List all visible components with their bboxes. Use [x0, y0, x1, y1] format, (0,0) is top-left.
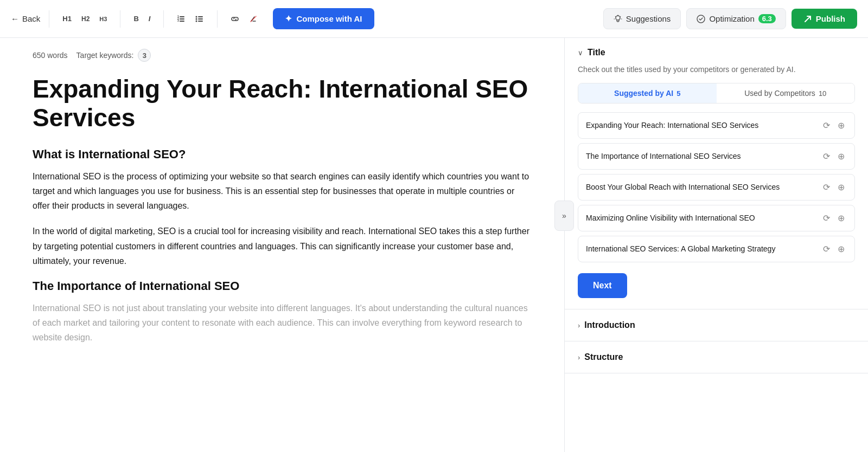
- toolbar-divider-1: [49, 10, 49, 28]
- title-item-2: The Importance of International SEO Serv…: [578, 143, 855, 170]
- title-item-3-refresh-button[interactable]: ⟳: [821, 181, 832, 193]
- format-toolbar: B I: [129, 11, 155, 26]
- title-item-5-actions: ⟳ ⊕: [821, 243, 847, 255]
- tab-competitors-label: Used by Competitors: [744, 89, 815, 98]
- editor-paragraph-3[interactable]: International SEO is not just about tran…: [33, 301, 532, 345]
- bulb-icon: [614, 15, 622, 23]
- editor-title[interactable]: Expanding Your Reach: International SEO …: [33, 75, 532, 132]
- h2-button[interactable]: H2: [77, 12, 94, 26]
- title-item-4-add-button[interactable]: ⊕: [835, 212, 847, 224]
- editor-heading-2[interactable]: The Importance of International SEO: [33, 279, 532, 293]
- title-tabs: Suggested by AI 5 Used by Competitors 10: [578, 83, 855, 104]
- editor-paragraph-1[interactable]: International SEO is the process of opti…: [33, 169, 532, 214]
- title-items-list: Expanding Your Reach: International SEO …: [565, 112, 868, 262]
- title-section-description: Check out the titles used by your compet…: [565, 64, 868, 83]
- editor-heading-1[interactable]: What is International SEO?: [33, 147, 532, 162]
- compose-ai-button[interactable]: ✦ Compose with AI: [273, 8, 374, 29]
- publish-arrow-icon: [803, 15, 812, 23]
- structure-section-header[interactable]: › Structure: [565, 341, 868, 373]
- title-item-1-refresh-button[interactable]: ⟳: [821, 119, 832, 132]
- title-item-2-actions: ⟳ ⊕: [821, 150, 847, 163]
- optimization-button[interactable]: Optimization 6.3: [686, 8, 786, 29]
- sidebar-collapse-button[interactable]: »: [554, 201, 574, 231]
- introduction-chevron-icon: ›: [578, 321, 580, 330]
- title-item-2-add-button[interactable]: ⊕: [835, 150, 847, 163]
- introduction-section-header[interactable]: › Introduction: [565, 309, 868, 341]
- link-toolbar: [226, 11, 262, 27]
- structure-chevron-icon: ›: [578, 353, 580, 361]
- publish-button[interactable]: Publish: [792, 9, 857, 29]
- introduction-section: › Introduction: [565, 309, 868, 341]
- title-item-5-refresh-button[interactable]: ⟳: [821, 243, 832, 255]
- title-chevron-icon: ∨: [578, 49, 583, 57]
- tab-used-by-competitors[interactable]: Used by Competitors 10: [717, 83, 855, 103]
- svg-point-9: [196, 16, 197, 17]
- back-label: Back: [22, 14, 40, 23]
- italic-button[interactable]: I: [144, 11, 155, 26]
- editor-content[interactable]: Expanding Your Reach: International SEO …: [33, 75, 532, 356]
- title-item-2-text: The Importance of International SEO Serv…: [586, 151, 821, 162]
- list-toolbar: 1 2 3: [173, 11, 208, 27]
- title-item-5-text: International SEO Services: A Global Mar…: [586, 244, 821, 255]
- svg-rect-2: [180, 21, 184, 22]
- structure-section-label: Structure: [584, 352, 623, 362]
- editor-paragraph-2[interactable]: In the world of digital marketing, SEO i…: [33, 224, 532, 268]
- toolbar-divider-2: [120, 10, 120, 28]
- title-item-2-refresh-button[interactable]: ⟳: [821, 150, 832, 163]
- back-arrow-icon: ←: [11, 14, 19, 23]
- ordered-list-icon: 1 2 3: [177, 15, 186, 23]
- structure-section: › Structure: [565, 341, 868, 373]
- word-count: 650 words: [33, 51, 68, 60]
- clear-format-icon: [249, 15, 258, 23]
- suggestions-button[interactable]: Suggestions: [603, 8, 681, 29]
- suggestions-label: Suggestions: [626, 14, 671, 23]
- link-button[interactable]: [226, 11, 244, 27]
- title-item-4-actions: ⟳ ⊕: [821, 212, 847, 224]
- optimization-score-badge: 6.3: [758, 14, 776, 23]
- svg-point-12: [616, 16, 620, 20]
- clear-format-button[interactable]: [245, 11, 262, 27]
- bold-button[interactable]: B: [129, 11, 143, 26]
- title-item-1-add-button[interactable]: ⊕: [835, 119, 847, 132]
- h1-button[interactable]: H1: [58, 11, 76, 26]
- heading-toolbar: H1 H2 H3: [58, 11, 111, 26]
- title-item-3: Boost Your Global Reach with Internation…: [578, 174, 855, 201]
- svg-rect-1: [180, 18, 184, 20]
- h3-button[interactable]: H3: [95, 12, 111, 25]
- toolbar-divider-3: [163, 10, 164, 28]
- optimization-label: Optimization: [709, 14, 754, 23]
- svg-rect-8: [198, 21, 203, 22]
- target-keywords-row: Target keywords: 3: [76, 49, 151, 62]
- title-item-5-add-button[interactable]: ⊕: [835, 243, 847, 255]
- next-button[interactable]: Next: [578, 273, 627, 298]
- toolbar-divider-4: [217, 10, 218, 28]
- publish-label: Publish: [816, 14, 845, 23]
- title-item-3-actions: ⟳ ⊕: [821, 181, 847, 193]
- title-section-header[interactable]: ∨ Title: [565, 38, 868, 64]
- sidebar: ∨ Title Check out the titles used by you…: [564, 38, 868, 452]
- title-item-1-text: Expanding Your Reach: International SEO …: [586, 120, 821, 131]
- introduction-section-label: Introduction: [584, 320, 635, 330]
- tab-competitors-count: 10: [819, 89, 826, 98]
- title-item-3-add-button[interactable]: ⊕: [835, 181, 847, 193]
- editor-meta: 650 words Target keywords: 3: [33, 38, 532, 75]
- svg-point-10: [196, 18, 197, 20]
- title-item-4-refresh-button[interactable]: ⟳: [821, 212, 832, 224]
- tab-ai-label: Suggested by AI: [614, 89, 673, 98]
- optimization-check-icon: [697, 15, 705, 23]
- svg-text:3: 3: [177, 19, 179, 22]
- unordered-list-button[interactable]: [191, 11, 208, 27]
- ordered-list-button[interactable]: 1 2 3: [173, 11, 190, 27]
- tab-suggested-ai[interactable]: Suggested by AI 5: [578, 83, 717, 103]
- double-arrow-icon: »: [562, 211, 566, 220]
- title-item-1: Expanding Your Reach: International SEO …: [578, 112, 855, 139]
- main-content: 650 words Target keywords: 3 Expanding Y…: [0, 38, 868, 452]
- svg-rect-7: [198, 18, 203, 20]
- topbar-right-actions: Suggestions Optimization 6.3 Publish: [603, 8, 857, 29]
- svg-rect-6: [198, 16, 203, 17]
- svg-rect-0: [180, 16, 184, 17]
- title-item-5: International SEO Services: A Global Mar…: [578, 236, 855, 262]
- back-button[interactable]: ← Back: [11, 14, 40, 23]
- title-item-1-actions: ⟳ ⊕: [821, 119, 847, 132]
- editor-wrapper: Expanding Your Reach: International SEO …: [33, 75, 532, 356]
